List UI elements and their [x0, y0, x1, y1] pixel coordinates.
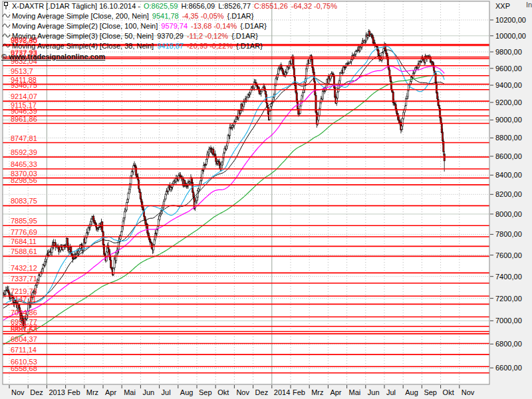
indicator-value: 9418,87	[157, 42, 184, 50]
svg-text:Aug: Aug	[405, 388, 418, 396]
wave-icon	[2, 21, 11, 30]
low-value: L:8526,77	[218, 2, 251, 10]
svg-text:Nov: Nov	[236, 388, 249, 396]
change-value: -64,32 -0,75%	[291, 2, 337, 10]
svg-text:8000,00: 8000,00	[495, 210, 522, 218]
svg-text:Feb: Feb	[68, 388, 80, 396]
svg-text:7400,00: 7400,00	[495, 273, 522, 281]
svg-text:9600,00: 9600,00	[495, 65, 522, 72]
svg-text:Sep: Sep	[424, 388, 437, 396]
svg-text:Apr: Apr	[330, 388, 341, 396]
line-price-label: 8747,81	[11, 134, 37, 142]
svg-text:Aug: Aug	[180, 388, 194, 396]
indicator-change: -13,68 -0,14%	[191, 22, 237, 30]
right-axis-title: XXP	[495, 2, 510, 10]
pin-icon	[2, 1, 11, 10]
indicator-scope: {.D1AR}	[231, 32, 258, 40]
line-price-label: 7432,12	[11, 264, 37, 272]
indicator-value: 9541,78	[152, 12, 179, 20]
line-price-label: 9046,39	[11, 107, 37, 115]
line-price-label: 7337,71	[11, 275, 37, 283]
indicator-change: -4,35 -0,05%	[182, 12, 224, 20]
indicator-name: Moving Average Simple(3) [Close, 50, Nei…	[12, 32, 154, 40]
indicator-legend-row-sma100[interactable]: Moving Average Simple(2) [Close, 100, Ne…	[2, 21, 267, 31]
svg-text:Mrz: Mrz	[311, 388, 323, 396]
svg-text:Nov: Nov	[462, 388, 475, 396]
line-price-label: 8961,86	[11, 115, 37, 123]
svg-text:Nov: Nov	[11, 388, 25, 396]
indicator-legend-row-sma200[interactable]: Moving Average Simple [Close, 200, Nein]…	[2, 11, 253, 21]
svg-text:Okt: Okt	[217, 388, 229, 396]
svg-text:Mai: Mai	[124, 388, 136, 396]
svg-text:8800,00: 8800,00	[495, 134, 522, 142]
svg-text:9200,00: 9200,00	[495, 98, 522, 106]
line-price-label: 8083,75	[11, 197, 37, 205]
indicator-change: -11,2 -0,12%	[187, 32, 228, 40]
svg-text:9000,00: 9000,00	[495, 116, 522, 124]
indicator-legend-row-sma50[interactable]: Moving Average Simple(3) [Close, 50, Nei…	[2, 31, 258, 41]
line-price-label: 6558,68	[11, 364, 37, 372]
watermark-link[interactable]: © www.tradesignalonline.com	[1, 53, 105, 61]
svg-text:7200,00: 7200,00	[495, 295, 522, 303]
line-price-label: 7034,86	[11, 309, 37, 317]
svg-text:8400,00: 8400,00	[495, 171, 522, 179]
line-price-label: 8298,56	[11, 176, 37, 184]
line-price-label: 6804,37	[11, 335, 37, 343]
svg-text:10000,00: 10000,00	[495, 32, 526, 40]
indicator-legend-row-sma38[interactable]: Moving Average Simple(4) [Close, 38, Nei…	[2, 41, 263, 51]
svg-text:6600,00: 6600,00	[495, 364, 522, 372]
indicator-scope: {.D1AR}	[236, 42, 263, 50]
svg-text:Apr: Apr	[105, 388, 116, 396]
svg-text:7800,00: 7800,00	[495, 230, 522, 238]
svg-text:7000,00: 7000,00	[495, 317, 522, 325]
indicator-value: 9579,74	[161, 22, 188, 30]
indicator-scope: {.D1AR}	[240, 22, 267, 30]
wave-icon	[2, 41, 11, 50]
svg-text:Okt: Okt	[443, 388, 454, 396]
right-axis[interactable]: 10200,0010000,009800,009600,009400,00920…	[490, 16, 526, 372]
indicator-change: -20,95 -0,22%	[187, 42, 233, 50]
svg-text:6800,00: 6800,00	[495, 340, 522, 348]
indicator-name: Moving Average Simple(2) [Close, 100, Ne…	[12, 22, 158, 30]
line-price-label: 7147,11	[11, 295, 37, 303]
indicator-value: 9370,29	[157, 32, 184, 40]
svg-text:2014: 2014	[274, 388, 290, 396]
indicator-name: Moving Average Simple [Close, 200, Nein]	[12, 12, 149, 20]
svg-text:2013: 2013	[49, 388, 65, 396]
svg-text:Feb: Feb	[293, 388, 305, 396]
svg-text:Jul: Jul	[386, 388, 396, 396]
close-value: C:8551,26	[254, 2, 288, 10]
bottom-axis[interactable]: NovDez2013FebMrzAprMaiJunJulAugSepOktNov…	[9, 385, 475, 396]
line-price-label: 7588,61	[11, 247, 37, 255]
symbol-title: X-DAXTR [.D1AR Täglich] 16.10.2014 -	[12, 2, 140, 10]
symbol-header-row[interactable]: X-DAXTR [.D1AR Täglich] 16.10.2014 -O:86…	[2, 1, 337, 11]
svg-text:Jul: Jul	[162, 388, 171, 396]
svg-text:8600,00: 8600,00	[495, 152, 522, 160]
indicator-name: Moving Average Simple(4) [Close, 38, Nei…	[12, 42, 154, 50]
line-price-label: 7776,69	[11, 228, 37, 236]
svg-text:9400,00: 9400,00	[495, 81, 522, 89]
svg-text:Jun: Jun	[368, 388, 380, 396]
svg-text:Mai: Mai	[349, 388, 361, 396]
svg-text:8200,00: 8200,00	[495, 190, 522, 198]
line-price-label: 9513,7	[11, 67, 33, 75]
svg-text:Sep: Sep	[199, 388, 212, 396]
wave-icon	[2, 31, 11, 40]
svg-text:10200,00: 10200,00	[495, 16, 526, 24]
line-price-label: 6887,63	[11, 325, 37, 333]
line-price-label: 6711,14	[11, 346, 37, 354]
line-price-label: 9348,75	[11, 81, 37, 89]
line-price-label: 9214,07	[11, 92, 37, 100]
svg-text:Mrz: Mrz	[86, 388, 98, 396]
svg-text:7600,00: 7600,00	[495, 251, 522, 259]
high-value: H:8656,09	[181, 2, 215, 10]
line-price-label: 8592,39	[11, 148, 37, 156]
line-price-label: 7885,95	[11, 217, 37, 225]
corner-clipped-text: In	[526, 1, 532, 9]
svg-text:Jun: Jun	[142, 388, 154, 396]
svg-text:Dez: Dez	[30, 388, 43, 396]
line-price-label: 7684,11	[11, 237, 37, 245]
open-value: O:8625,59	[144, 2, 178, 10]
wave-icon	[2, 11, 11, 20]
svg-text:9800,00: 9800,00	[495, 48, 522, 56]
